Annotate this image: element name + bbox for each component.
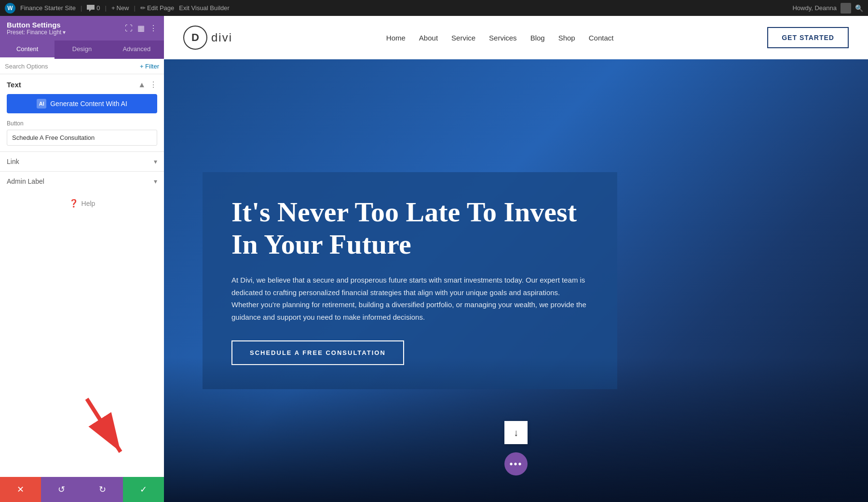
sidebar-header: Button Settings Preset: Finance Light ▾ … bbox=[0, 16, 164, 41]
site-logo: D divi bbox=[183, 26, 232, 50]
tab-content[interactable]: Content bbox=[0, 41, 54, 59]
nav-link-services[interactable]: Services bbox=[489, 34, 517, 42]
admin-label-section-header[interactable]: Admin Label ▾ bbox=[7, 177, 157, 185]
text-section: Text ▲ ⋮ AI Generate Content With AI But… bbox=[0, 74, 164, 151]
button-field-group: Button bbox=[7, 120, 157, 146]
search-input[interactable] bbox=[5, 63, 137, 70]
fullscreen-icon[interactable]: ⛶ bbox=[125, 24, 133, 33]
ai-icon: AI bbox=[37, 99, 46, 109]
scroll-down-icon: ↓ bbox=[514, 427, 518, 438]
avatar bbox=[841, 3, 851, 14]
separator: | bbox=[81, 4, 82, 12]
site-hero: It's Never Too Late To Invest In Your Fu… bbox=[164, 59, 868, 502]
svg-line-1 bbox=[87, 399, 121, 452]
comments-icon[interactable]: 0 bbox=[87, 4, 100, 12]
button-text-input[interactable] bbox=[7, 130, 157, 146]
site-nav: D divi Home About Service Services Blog … bbox=[164, 16, 868, 59]
link-chevron-icon: ▾ bbox=[154, 158, 157, 165]
columns-icon[interactable]: ▦ bbox=[137, 24, 145, 33]
dots-menu-icon: ••• bbox=[509, 459, 522, 470]
admin-label-chevron-icon: ▾ bbox=[154, 177, 157, 185]
link-section: Link ▾ bbox=[0, 151, 164, 171]
link-section-header[interactable]: Link ▾ bbox=[7, 158, 157, 165]
exit-visual-builder-button[interactable]: Exit Visual Builder bbox=[179, 4, 230, 12]
sidebar-tabs: Content Design Advanced bbox=[0, 41, 164, 59]
separator3: | bbox=[134, 4, 136, 12]
site-name[interactable]: Finance Starter Site bbox=[20, 4, 76, 12]
dots-menu-button[interactable]: ••• bbox=[504, 452, 528, 475]
more-options-icon[interactable]: ⋮ bbox=[149, 24, 157, 33]
hero-description: At Divi, we believe that a secure and pr… bbox=[231, 274, 588, 323]
tab-design[interactable]: Design bbox=[54, 41, 109, 59]
help-text: Help bbox=[81, 200, 95, 207]
separator2: | bbox=[105, 4, 107, 12]
main-layout: Button Settings Preset: Finance Light ▾ … bbox=[0, 16, 868, 502]
logo-circle: D bbox=[183, 26, 207, 50]
sidebar-title-area: Button Settings Preset: Finance Light ▾ bbox=[7, 21, 66, 36]
admin-bar: W Finance Starter Site | 0 | + New | ✏ E… bbox=[0, 0, 868, 16]
help-icon: ❓ bbox=[69, 199, 79, 208]
generate-content-ai-button[interactable]: AI Generate Content With AI bbox=[7, 94, 157, 113]
nav-link-shop[interactable]: Shop bbox=[558, 34, 575, 42]
scroll-down-button[interactable]: ↓ bbox=[504, 421, 528, 444]
site-nav-links: Home About Service Services Blog Shop Co… bbox=[386, 34, 614, 42]
sidebar-header-icons: ⛶ ▦ ⋮ bbox=[125, 24, 157, 33]
save-button[interactable]: ✓ bbox=[123, 477, 164, 502]
tab-advanced[interactable]: Advanced bbox=[109, 41, 164, 59]
sidebar-title: Button Settings bbox=[7, 21, 66, 29]
nav-link-home[interactable]: Home bbox=[386, 34, 406, 42]
admin-search-icon[interactable]: 🔍 bbox=[855, 4, 863, 12]
sidebar-preset: Preset: Finance Light ▾ bbox=[7, 29, 66, 36]
sidebar: Button Settings Preset: Finance Light ▾ … bbox=[0, 16, 164, 502]
red-arrow-indicator bbox=[77, 394, 135, 463]
search-bar: + Filter bbox=[0, 59, 164, 74]
nav-link-contact[interactable]: Contact bbox=[589, 34, 614, 42]
wordpress-logo-icon[interactable]: W bbox=[5, 3, 15, 14]
undo-button[interactable]: ↺ bbox=[41, 477, 82, 502]
preview-area: D divi Home About Service Services Blog … bbox=[164, 16, 868, 502]
text-section-icons: ▲ ⋮ bbox=[138, 80, 157, 89]
text-section-more-icon[interactable]: ⋮ bbox=[149, 80, 157, 89]
chevron-up-icon[interactable]: ▲ bbox=[138, 81, 146, 89]
filter-button[interactable]: + Filter bbox=[140, 63, 159, 70]
admin-bar-right: Howdy, Deanna 🔍 bbox=[792, 3, 863, 14]
text-section-title: Text bbox=[7, 81, 21, 89]
redo-button[interactable]: ↻ bbox=[82, 477, 123, 502]
admin-label-section: Admin Label ▾ bbox=[0, 171, 164, 191]
edit-page-button[interactable]: ✏ Edit Page bbox=[140, 4, 174, 12]
nav-link-blog[interactable]: Blog bbox=[530, 34, 545, 42]
button-field-label: Button bbox=[7, 120, 157, 127]
howdy-label: Howdy, Deanna bbox=[792, 4, 837, 12]
hero-title: It's Never Too Late To Invest In Your Fu… bbox=[231, 196, 588, 260]
nav-link-about[interactable]: About bbox=[419, 34, 438, 42]
new-button[interactable]: + New bbox=[111, 4, 129, 12]
close-button[interactable]: ✕ bbox=[0, 477, 41, 502]
help-area: ❓ Help bbox=[0, 191, 164, 216]
text-section-header: Text ▲ ⋮ bbox=[7, 80, 157, 89]
preset-arrow-icon: ▾ bbox=[63, 29, 66, 36]
sidebar-bottom-bar: ✕ ↺ ↻ ✓ bbox=[0, 477, 164, 502]
link-section-title: Link bbox=[7, 158, 19, 165]
logo-text: divi bbox=[211, 31, 232, 44]
admin-label-section-title: Admin Label bbox=[7, 177, 44, 185]
nav-cta-button[interactable]: GET STARTED bbox=[767, 27, 849, 48]
admin-bar-left: W Finance Starter Site | 0 | + New | ✏ E… bbox=[5, 3, 787, 14]
hero-content-box: It's Never Too Late To Invest In Your Fu… bbox=[203, 172, 617, 389]
nav-link-service[interactable]: Service bbox=[451, 34, 475, 42]
